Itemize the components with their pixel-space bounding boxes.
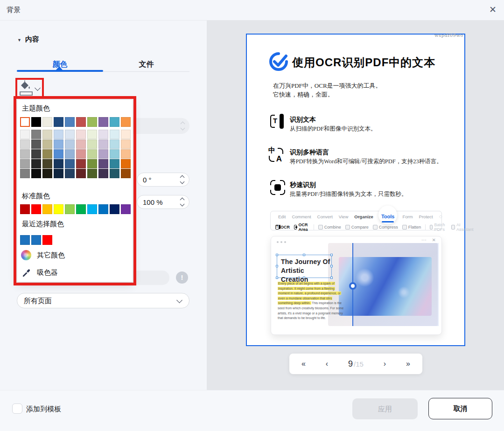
color-swatch[interactable]	[65, 139, 75, 149]
cancel-button[interactable]: 取消	[428, 398, 492, 419]
card-title: The Journey Of Artistic Creation	[281, 257, 331, 284]
color-swatch[interactable]	[31, 130, 41, 139]
color-swatch[interactable]	[87, 117, 97, 127]
color-swatch[interactable]	[98, 149, 108, 159]
color-swatch[interactable]	[121, 169, 131, 178]
color-swatch[interactable]	[20, 117, 30, 127]
color-swatch[interactable]	[76, 117, 86, 127]
compare-icon	[345, 225, 350, 229]
collapse-arrow-icon[interactable]: ▼	[17, 38, 21, 42]
color-swatch[interactable]	[65, 169, 75, 178]
section-content-label: 内容	[25, 35, 39, 44]
last-page-button[interactable]: »	[406, 360, 410, 368]
color-swatch[interactable]	[54, 117, 63, 127]
color-swatch[interactable]	[42, 130, 52, 139]
color-swatch[interactable]	[110, 204, 119, 214]
apply-button[interactable]: 应用	[352, 398, 418, 419]
color-swatch[interactable]	[20, 235, 30, 245]
color-swatch[interactable]	[87, 169, 97, 178]
color-swatch[interactable]	[42, 139, 52, 149]
eyedropper-item[interactable]: 吸色器	[21, 268, 58, 277]
color-swatch[interactable]	[31, 235, 41, 245]
color-swatch[interactable]	[98, 139, 108, 149]
color-swatch[interactable]	[121, 159, 131, 168]
color-swatch[interactable]	[110, 130, 119, 139]
color-swatch[interactable]	[20, 169, 30, 178]
next-page-button[interactable]: ›	[384, 360, 386, 368]
color-swatch[interactable]	[65, 159, 75, 168]
color-swatch[interactable]	[54, 204, 63, 214]
more-colors-item[interactable]: 其它颜色	[21, 250, 65, 260]
spinner-arrows[interactable]	[181, 176, 184, 183]
color-swatch[interactable]	[87, 149, 97, 159]
prev-page-button[interactable]: ‹	[326, 360, 328, 368]
color-swatch[interactable]	[31, 149, 41, 159]
color-swatch[interactable]	[98, 117, 108, 127]
color-swatch[interactable]	[54, 169, 63, 178]
combine-icon	[318, 225, 323, 229]
color-swatch[interactable]	[76, 130, 86, 139]
color-swatch[interactable]	[65, 149, 75, 159]
color-swatch[interactable]	[20, 149, 30, 159]
color-swatch[interactable]	[65, 130, 75, 139]
color-swatch[interactable]	[54, 149, 63, 159]
batch-pdfs-icon	[430, 225, 433, 229]
close-icon[interactable]: ✕	[489, 4, 497, 15]
color-swatch[interactable]	[42, 149, 52, 159]
color-swatch[interactable]	[42, 169, 52, 178]
color-swatch[interactable]	[110, 159, 119, 168]
color-swatch[interactable]	[87, 130, 97, 139]
spinner-arrows[interactable]	[181, 198, 184, 206]
color-swatch[interactable]	[54, 130, 63, 139]
color-swatch[interactable]	[42, 235, 52, 245]
tab-file[interactable]: 文件	[103, 60, 189, 70]
color-swatch[interactable]	[121, 117, 131, 127]
color-swatch[interactable]	[54, 139, 63, 149]
color-swatch[interactable]	[76, 139, 86, 149]
color-swatch[interactable]	[20, 204, 30, 214]
color-swatch[interactable]	[121, 130, 131, 139]
add-to-template-checkbox[interactable]	[12, 403, 22, 414]
color-swatch[interactable]	[76, 204, 86, 214]
color-swatch[interactable]	[20, 130, 30, 139]
color-swatch[interactable]	[98, 204, 108, 214]
color-swatch[interactable]	[31, 159, 41, 168]
color-swatch[interactable]	[42, 204, 52, 214]
color-swatch[interactable]	[98, 130, 108, 139]
color-swatch[interactable]	[54, 159, 63, 168]
feature-desc: 批量将PDF/扫描图像转换为文本，只需数秒。	[290, 190, 407, 198]
color-swatch[interactable]	[87, 204, 97, 214]
color-swatch[interactable]	[31, 117, 41, 127]
dialog-footer: 添加到模板 应用 取消	[0, 390, 504, 431]
first-page-button[interactable]: «	[301, 360, 306, 368]
intro-line: 它快速，精确，全面。	[273, 90, 382, 99]
color-swatch[interactable]	[110, 169, 119, 178]
color-swatch[interactable]	[98, 169, 108, 178]
color-swatch[interactable]	[110, 117, 119, 127]
color-swatch[interactable]	[42, 159, 52, 168]
page-indicator: 9/15	[348, 359, 364, 369]
color-swatch[interactable]	[31, 204, 41, 214]
color-swatch[interactable]	[76, 149, 86, 159]
color-swatch[interactable]	[121, 139, 131, 149]
color-swatch[interactable]	[87, 159, 97, 168]
color-swatch[interactable]	[20, 139, 30, 149]
color-swatch[interactable]	[31, 139, 41, 149]
color-swatch[interactable]	[121, 204, 131, 214]
color-swatch[interactable]	[20, 159, 30, 168]
page-range-select[interactable]: 所有页面	[17, 293, 189, 308]
color-swatch[interactable]	[87, 139, 97, 149]
color-swatch[interactable]	[42, 117, 52, 127]
color-swatch[interactable]	[121, 149, 131, 159]
fill-color-button[interactable]	[18, 80, 41, 97]
rotation-field[interactable]: 0 °	[137, 173, 189, 187]
color-swatch[interactable]	[65, 204, 75, 214]
color-swatch[interactable]	[31, 169, 41, 178]
opacity-field[interactable]: 100 %	[137, 195, 189, 209]
color-swatch[interactable]	[76, 159, 86, 168]
color-swatch[interactable]	[65, 117, 75, 127]
color-swatch[interactable]	[76, 169, 86, 178]
color-swatch[interactable]	[110, 139, 119, 149]
color-swatch[interactable]	[98, 159, 108, 168]
color-swatch[interactable]	[110, 149, 119, 159]
